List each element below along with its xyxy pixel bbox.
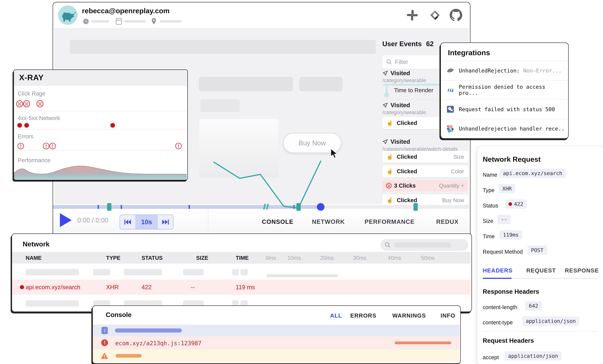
field-method-value: POST [527,246,547,255]
event-clicked-label: Clicked [397,197,417,204]
tab-warnings[interactable]: WARNINGS [392,312,426,319]
note-marker-icon[interactable] [296,203,301,211]
session-user-email: rebecca@openreplay.com [82,7,170,15]
errors-label: Errors [18,133,33,140]
event-tick[interactable] [98,205,99,209]
note-marker-icon[interactable] [107,203,111,211]
event-clicked-card[interactable]: ☝ Clicked Buy Now [382,194,468,204]
angry-face-icon [36,100,44,108]
event-tick[interactable] [121,205,122,209]
response-header-key: content-type [483,320,513,326]
network-table-title: Network [23,240,49,248]
bugsnag-icon [446,86,454,94]
cell-time: 119 ms [236,284,255,291]
info-icon: i [102,327,108,334]
skip-amount-label[interactable]: 10s [135,218,158,226]
console-error-text: ecom.xyz/a213qh.js:123987 [115,340,201,347]
event-visited[interactable]: Visited [382,70,410,77]
skeleton-bar [92,20,109,22]
field-method-label: Request Method [483,249,523,255]
play-button[interactable] [59,213,72,228]
integration-error-text: Permission denied to access pro... [459,84,568,96]
user-events-title: User Events [382,40,422,48]
event-time-to-render[interactable]: Time to Render [394,87,433,94]
rhino-icon [58,5,78,25]
integration-row[interactable]: Request failed with status 500 [441,99,568,119]
field-type-label: Type [483,187,495,193]
navigate-icon [382,139,388,144]
console-row-error[interactable]: ! ecom.xyz/a213qh.js:123987 [93,336,460,349]
tab-headers[interactable]: HEADERS [483,267,512,274]
note-marker-icon[interactable] [413,203,418,211]
angry-face-icon [386,183,392,189]
table-header-row: NAME TYPE STATUS SIZE TIME 0ms 10ms 20ms… [12,252,471,264]
ms-tick: 10ms [288,255,301,261]
tab-console[interactable]: CONSOLE [262,218,293,225]
event-clicked-card[interactable]: ☝ Clicked Size [382,151,468,163]
skeleton-bar [160,20,182,22]
table-row-error[interactable]: api.ecom.xyz/search XHR 422 -- 119 ms [12,280,471,295]
scrubber-rest-track [321,205,469,209]
table-row[interactable] [12,266,471,278]
tab-network[interactable]: NETWORK [312,218,345,225]
tab-response[interactable]: RESPONSE [565,267,599,274]
event-visited[interactable]: Visited [382,102,410,109]
tab-performance[interactable]: PERFORMANCE [365,218,415,225]
scrubber-played-track [53,205,321,209]
divider [14,111,186,111]
col-name[interactable]: NAME [26,255,42,261]
col-type[interactable]: TYPE [106,255,120,261]
github-icon[interactable] [450,9,462,21]
event-tick[interactable] [189,205,190,209]
event-rage-label: 3 Clicks [394,182,416,189]
skeleton-bar [124,269,162,275]
event-clicked-card[interactable]: ☝ Clicked Color [382,165,468,177]
console-row-info[interactable]: i [93,325,460,336]
angry-face-icon [23,100,30,108]
network-search-input[interactable] [380,239,468,251]
datadog-icon [446,105,454,113]
tab-info[interactable]: INFO [441,312,455,319]
playhead[interactable] [317,203,325,211]
browser-icon [116,18,122,25]
tab-redux[interactable]: REDUX [436,218,459,225]
event-visited[interactable]: Visited [382,138,410,145]
clock-icon [83,18,89,25]
skeleton-bar [26,300,79,307]
event-visited-label: Visited [391,102,410,109]
skip-forward-button[interactable] [158,215,173,229]
cell-name: api.ecom.xyz/search [26,284,80,291]
hand-pointer-icon: ☝ [386,154,393,160]
network-errors-label: 4xx-5xx Network [18,115,60,121]
tab-request[interactable]: REQUEST [526,267,556,274]
event-rage-click-card[interactable]: 3 Clicks Quantity + [382,180,468,191]
slack-icon[interactable] [406,9,418,21]
hand-pointer-icon: ☝ [386,120,393,126]
integration-row[interactable]: Unhandledrejection handler rece.. [441,119,568,138]
cell-type: XHR [106,284,119,291]
tab-all[interactable]: ALL [330,312,342,319]
angry-face-icon [16,100,23,108]
col-time[interactable]: TIME [236,255,249,261]
divider [14,150,186,151]
skeleton-bar [394,242,451,248]
jira-icon[interactable] [429,9,441,21]
skip-back-button[interactable] [120,215,135,229]
timeline-scrubber[interactable] [53,205,469,209]
skeleton-bar [241,269,248,275]
integration-row[interactable]: Permission denied to access pro... [441,80,568,99]
request-header-value: application/json [505,351,562,361]
col-status[interactable]: STATUS [142,255,162,261]
col-size[interactable]: SIZE [196,255,208,261]
event-tick[interactable] [293,205,295,209]
ms-tick: 40ms [388,255,401,261]
time-display: 0:00 / 0:00 [77,216,108,224]
integration-error-suffix: Non—Error... [523,67,562,74]
tab-errors[interactable]: ERRORS [350,312,376,319]
skeleton-block [299,77,343,91]
ms-tick: 30ms [353,255,366,261]
console-row-warning[interactable] [93,349,460,363]
integrations-title: Integrations [448,48,490,57]
integration-row[interactable]: UnhandledRejection: Non—Error... [441,61,568,80]
event-visited-label: Visited [391,138,410,145]
